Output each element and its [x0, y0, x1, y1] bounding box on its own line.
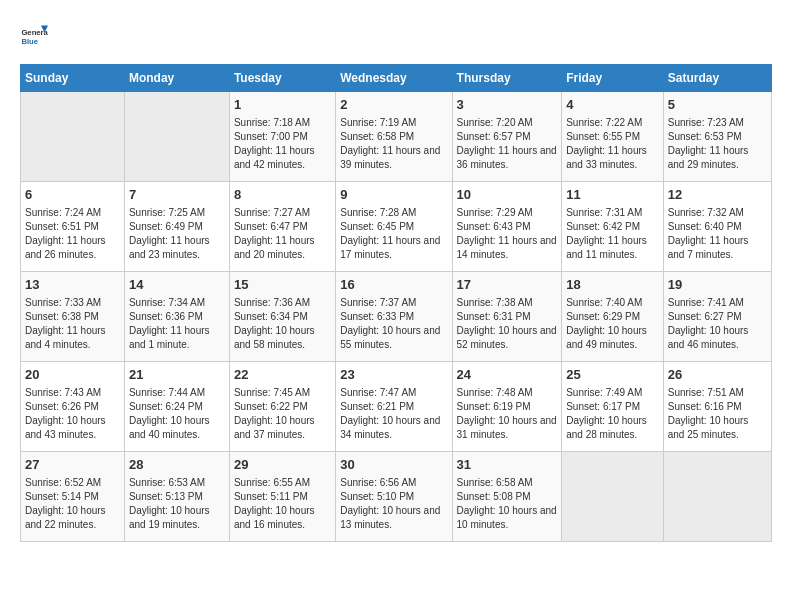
- day-detail: Sunrise: 7:32 AMSunset: 6:40 PMDaylight:…: [668, 206, 767, 262]
- day-number: 27: [25, 456, 120, 474]
- day-detail: Sunrise: 6:53 AMSunset: 5:13 PMDaylight:…: [129, 476, 225, 532]
- day-number: 30: [340, 456, 447, 474]
- day-number: 11: [566, 186, 659, 204]
- day-detail: Sunrise: 7:28 AMSunset: 6:45 PMDaylight:…: [340, 206, 447, 262]
- day-detail: Sunrise: 7:48 AMSunset: 6:19 PMDaylight:…: [457, 386, 558, 442]
- day-detail: Sunrise: 7:29 AMSunset: 6:43 PMDaylight:…: [457, 206, 558, 262]
- day-detail: Sunrise: 7:37 AMSunset: 6:33 PMDaylight:…: [340, 296, 447, 352]
- calendar-cell: 5Sunrise: 7:23 AMSunset: 6:53 PMDaylight…: [663, 92, 771, 182]
- day-detail: Sunrise: 6:58 AMSunset: 5:08 PMDaylight:…: [457, 476, 558, 532]
- day-number: 9: [340, 186, 447, 204]
- calendar-week-row: 20Sunrise: 7:43 AMSunset: 6:26 PMDayligh…: [21, 362, 772, 452]
- calendar-cell: [663, 452, 771, 542]
- calendar-cell: 21Sunrise: 7:44 AMSunset: 6:24 PMDayligh…: [124, 362, 229, 452]
- calendar-cell: 11Sunrise: 7:31 AMSunset: 6:42 PMDayligh…: [562, 182, 664, 272]
- day-number: 7: [129, 186, 225, 204]
- calendar-header-row: SundayMondayTuesdayWednesdayThursdayFrid…: [21, 65, 772, 92]
- day-detail: Sunrise: 7:31 AMSunset: 6:42 PMDaylight:…: [566, 206, 659, 262]
- day-detail: Sunrise: 7:38 AMSunset: 6:31 PMDaylight:…: [457, 296, 558, 352]
- day-number: 14: [129, 276, 225, 294]
- calendar-cell: 8Sunrise: 7:27 AMSunset: 6:47 PMDaylight…: [229, 182, 335, 272]
- day-number: 26: [668, 366, 767, 384]
- calendar-cell: 12Sunrise: 7:32 AMSunset: 6:40 PMDayligh…: [663, 182, 771, 272]
- day-number: 13: [25, 276, 120, 294]
- logo-icon: General Blue: [20, 20, 48, 48]
- day-number: 22: [234, 366, 331, 384]
- day-number: 20: [25, 366, 120, 384]
- day-number: 5: [668, 96, 767, 114]
- calendar-cell: 25Sunrise: 7:49 AMSunset: 6:17 PMDayligh…: [562, 362, 664, 452]
- day-number: 17: [457, 276, 558, 294]
- day-number: 6: [25, 186, 120, 204]
- day-number: 12: [668, 186, 767, 204]
- day-detail: Sunrise: 7:41 AMSunset: 6:27 PMDaylight:…: [668, 296, 767, 352]
- day-number: 24: [457, 366, 558, 384]
- day-detail: Sunrise: 7:23 AMSunset: 6:53 PMDaylight:…: [668, 116, 767, 172]
- calendar-cell: 14Sunrise: 7:34 AMSunset: 6:36 PMDayligh…: [124, 272, 229, 362]
- calendar-table: SundayMondayTuesdayWednesdayThursdayFrid…: [20, 64, 772, 542]
- day-number: 15: [234, 276, 331, 294]
- day-number: 10: [457, 186, 558, 204]
- day-number: 3: [457, 96, 558, 114]
- calendar-week-row: 6Sunrise: 7:24 AMSunset: 6:51 PMDaylight…: [21, 182, 772, 272]
- logo: General Blue: [20, 20, 48, 48]
- page-header: General Blue: [20, 20, 772, 48]
- calendar-cell: 27Sunrise: 6:52 AMSunset: 5:14 PMDayligh…: [21, 452, 125, 542]
- day-number: 1: [234, 96, 331, 114]
- calendar-cell: 4Sunrise: 7:22 AMSunset: 6:55 PMDaylight…: [562, 92, 664, 182]
- calendar-cell: 6Sunrise: 7:24 AMSunset: 6:51 PMDaylight…: [21, 182, 125, 272]
- calendar-cell: 29Sunrise: 6:55 AMSunset: 5:11 PMDayligh…: [229, 452, 335, 542]
- calendar-cell: 18Sunrise: 7:40 AMSunset: 6:29 PMDayligh…: [562, 272, 664, 362]
- day-detail: Sunrise: 6:52 AMSunset: 5:14 PMDaylight:…: [25, 476, 120, 532]
- day-number: 16: [340, 276, 447, 294]
- day-number: 2: [340, 96, 447, 114]
- calendar-header-saturday: Saturday: [663, 65, 771, 92]
- day-detail: Sunrise: 6:56 AMSunset: 5:10 PMDaylight:…: [340, 476, 447, 532]
- calendar-header-thursday: Thursday: [452, 65, 562, 92]
- calendar-cell: 7Sunrise: 7:25 AMSunset: 6:49 PMDaylight…: [124, 182, 229, 272]
- calendar-header-friday: Friday: [562, 65, 664, 92]
- calendar-cell: 17Sunrise: 7:38 AMSunset: 6:31 PMDayligh…: [452, 272, 562, 362]
- calendar-cell: 3Sunrise: 7:20 AMSunset: 6:57 PMDaylight…: [452, 92, 562, 182]
- day-detail: Sunrise: 7:45 AMSunset: 6:22 PMDaylight:…: [234, 386, 331, 442]
- calendar-cell: 16Sunrise: 7:37 AMSunset: 6:33 PMDayligh…: [336, 272, 452, 362]
- calendar-cell: 9Sunrise: 7:28 AMSunset: 6:45 PMDaylight…: [336, 182, 452, 272]
- calendar-week-row: 13Sunrise: 7:33 AMSunset: 6:38 PMDayligh…: [21, 272, 772, 362]
- calendar-cell: 19Sunrise: 7:41 AMSunset: 6:27 PMDayligh…: [663, 272, 771, 362]
- day-detail: Sunrise: 7:51 AMSunset: 6:16 PMDaylight:…: [668, 386, 767, 442]
- day-number: 29: [234, 456, 331, 474]
- day-detail: Sunrise: 7:24 AMSunset: 6:51 PMDaylight:…: [25, 206, 120, 262]
- calendar-cell: 13Sunrise: 7:33 AMSunset: 6:38 PMDayligh…: [21, 272, 125, 362]
- svg-text:Blue: Blue: [21, 37, 38, 46]
- calendar-week-row: 27Sunrise: 6:52 AMSunset: 5:14 PMDayligh…: [21, 452, 772, 542]
- day-number: 28: [129, 456, 225, 474]
- day-number: 25: [566, 366, 659, 384]
- calendar-cell: 31Sunrise: 6:58 AMSunset: 5:08 PMDayligh…: [452, 452, 562, 542]
- day-number: 18: [566, 276, 659, 294]
- day-number: 21: [129, 366, 225, 384]
- calendar-cell: 22Sunrise: 7:45 AMSunset: 6:22 PMDayligh…: [229, 362, 335, 452]
- day-detail: Sunrise: 7:22 AMSunset: 6:55 PMDaylight:…: [566, 116, 659, 172]
- calendar-header-monday: Monday: [124, 65, 229, 92]
- day-detail: Sunrise: 7:19 AMSunset: 6:58 PMDaylight:…: [340, 116, 447, 172]
- day-number: 23: [340, 366, 447, 384]
- calendar-cell: 1Sunrise: 7:18 AMSunset: 7:00 PMDaylight…: [229, 92, 335, 182]
- calendar-cell: [562, 452, 664, 542]
- calendar-cell: 15Sunrise: 7:36 AMSunset: 6:34 PMDayligh…: [229, 272, 335, 362]
- day-number: 31: [457, 456, 558, 474]
- day-detail: Sunrise: 7:27 AMSunset: 6:47 PMDaylight:…: [234, 206, 331, 262]
- calendar-header-tuesday: Tuesday: [229, 65, 335, 92]
- day-number: 4: [566, 96, 659, 114]
- day-detail: Sunrise: 6:55 AMSunset: 5:11 PMDaylight:…: [234, 476, 331, 532]
- day-detail: Sunrise: 7:47 AMSunset: 6:21 PMDaylight:…: [340, 386, 447, 442]
- day-detail: Sunrise: 7:43 AMSunset: 6:26 PMDaylight:…: [25, 386, 120, 442]
- calendar-cell: [124, 92, 229, 182]
- calendar-week-row: 1Sunrise: 7:18 AMSunset: 7:00 PMDaylight…: [21, 92, 772, 182]
- day-detail: Sunrise: 7:20 AMSunset: 6:57 PMDaylight:…: [457, 116, 558, 172]
- day-number: 8: [234, 186, 331, 204]
- day-detail: Sunrise: 7:36 AMSunset: 6:34 PMDaylight:…: [234, 296, 331, 352]
- calendar-header-wednesday: Wednesday: [336, 65, 452, 92]
- calendar-cell: 2Sunrise: 7:19 AMSunset: 6:58 PMDaylight…: [336, 92, 452, 182]
- day-detail: Sunrise: 7:18 AMSunset: 7:00 PMDaylight:…: [234, 116, 331, 172]
- day-detail: Sunrise: 7:34 AMSunset: 6:36 PMDaylight:…: [129, 296, 225, 352]
